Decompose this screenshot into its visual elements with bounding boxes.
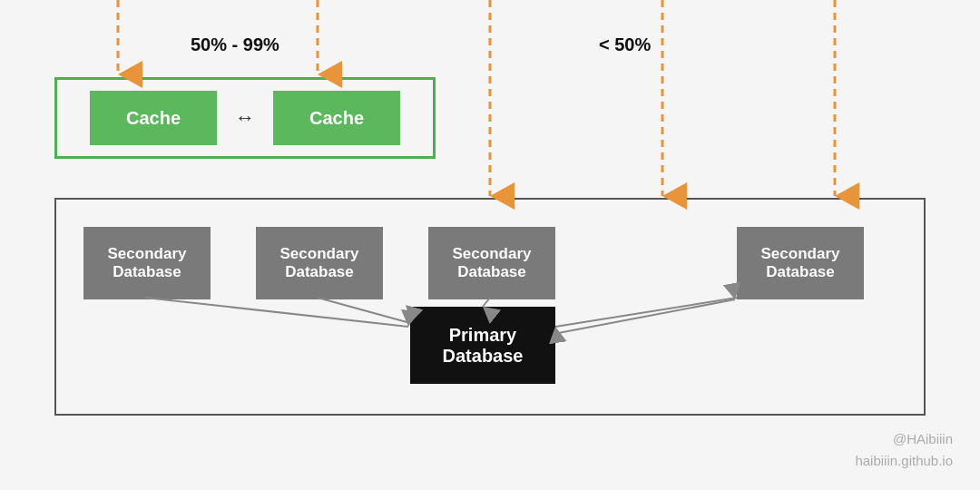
secondary-db-2: SecondaryDatabase bbox=[256, 227, 383, 299]
secondary-db-4: SecondaryDatabase bbox=[737, 227, 864, 299]
cache-box-1: Cache bbox=[90, 91, 217, 145]
db-container: SecondaryDatabase SecondaryDatabase Seco… bbox=[54, 198, 926, 416]
watermark: @HAibiiin haibiiin.github.io bbox=[855, 428, 953, 472]
watermark-line2: haibiiin.github.io bbox=[855, 450, 953, 472]
secondary-db-1: SecondaryDatabase bbox=[83, 227, 211, 299]
secondary-db-3: SecondaryDatabase bbox=[428, 227, 555, 299]
cache-group: Cache ↔ Cache bbox=[54, 77, 436, 159]
cache-box-2: Cache bbox=[273, 91, 400, 145]
cache-arrow-icon: ↔ bbox=[235, 106, 255, 130]
diagram-area: 50% - 99% < 50% Cache ↔ Cache SecondaryD… bbox=[0, 0, 980, 490]
watermark-line1: @HAibiiin bbox=[855, 428, 953, 450]
label-lt50: < 50% bbox=[599, 34, 651, 55]
primary-db: PrimaryDatabase bbox=[410, 307, 555, 384]
label-50-99: 50% - 99% bbox=[191, 34, 279, 55]
